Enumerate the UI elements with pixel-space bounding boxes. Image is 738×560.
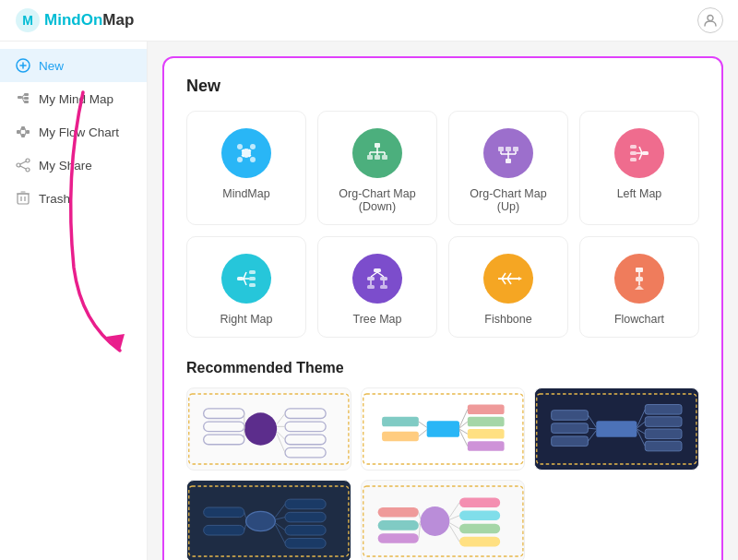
theme-card-2[interactable] bbox=[361, 387, 526, 471]
svg-rect-154 bbox=[459, 497, 500, 507]
sidebar-item-my-mind-map[interactable]: My Mind Map bbox=[0, 82, 147, 115]
map-item-right-map[interactable]: Right Map bbox=[186, 236, 306, 338]
svg-rect-107 bbox=[426, 421, 458, 437]
svg-rect-93 bbox=[285, 422, 326, 432]
left-map-icon-circle bbox=[614, 128, 664, 178]
svg-line-165 bbox=[418, 512, 420, 518]
svg-line-23 bbox=[20, 166, 26, 169]
sidebar: New My Mind Map bbox=[0, 42, 148, 560]
svg-rect-126 bbox=[646, 441, 683, 451]
org-chart-up-label: Org-Chart Map (Up) bbox=[458, 187, 558, 213]
flow-chart-icon bbox=[15, 124, 31, 140]
svg-rect-4 bbox=[18, 96, 22, 99]
flowchart-label: Flowchart bbox=[614, 313, 664, 326]
svg-rect-157 bbox=[459, 537, 500, 547]
tree-map-icon-circle bbox=[352, 254, 402, 304]
svg-rect-39 bbox=[375, 155, 380, 160]
map-item-tree-map[interactable]: Tree Map bbox=[317, 236, 437, 338]
svg-rect-110 bbox=[467, 429, 504, 439]
share-icon bbox=[15, 157, 31, 173]
theme-card-1[interactable] bbox=[186, 387, 351, 471]
recommended-section-title: Recommended Theme bbox=[186, 360, 699, 376]
svg-rect-156 bbox=[459, 524, 500, 534]
map-item-flowchart[interactable]: Flowchart bbox=[579, 236, 699, 338]
sidebar-item-my-share[interactable]: My Share bbox=[0, 149, 147, 182]
svg-rect-13 bbox=[21, 134, 25, 137]
svg-line-16 bbox=[20, 132, 21, 136]
svg-line-66 bbox=[244, 272, 246, 279]
svg-rect-12 bbox=[21, 126, 25, 130]
svg-rect-113 bbox=[382, 432, 419, 442]
svg-line-68 bbox=[244, 279, 246, 285]
svg-rect-144 bbox=[204, 507, 244, 518]
content-card: New bbox=[162, 56, 723, 560]
svg-rect-72 bbox=[367, 285, 375, 289]
svg-rect-64 bbox=[249, 277, 256, 280]
svg-line-22 bbox=[20, 161, 26, 164]
svg-line-161 bbox=[449, 503, 459, 518]
fishbone-label: Fishbone bbox=[484, 313, 531, 326]
svg-rect-14 bbox=[26, 130, 30, 134]
svg-point-2 bbox=[708, 16, 713, 21]
map-item-org-chart-down[interactable]: Org-Chart Map (Down) bbox=[317, 111, 437, 225]
sidebar-item-trash-label: Trash bbox=[39, 192, 70, 206]
trash-icon bbox=[15, 190, 31, 207]
svg-line-102 bbox=[277, 434, 285, 452]
map-item-left-map[interactable]: Left Map bbox=[579, 111, 699, 225]
map-item-fishbone[interactable]: Fishbone bbox=[448, 236, 568, 338]
svg-rect-124 bbox=[646, 417, 683, 427]
svg-point-139 bbox=[246, 511, 276, 530]
svg-line-61 bbox=[639, 153, 642, 160]
svg-rect-7 bbox=[24, 101, 29, 103]
theme-card-3[interactable] bbox=[534, 387, 699, 471]
svg-line-59 bbox=[639, 147, 642, 153]
sidebar-item-flow-chart-label: My Flow Chart bbox=[39, 125, 119, 139]
svg-rect-111 bbox=[467, 441, 504, 451]
svg-line-101 bbox=[277, 432, 285, 440]
svg-rect-155 bbox=[459, 511, 500, 521]
mindmap-icon-circle bbox=[221, 128, 271, 178]
svg-rect-140 bbox=[285, 499, 326, 509]
svg-rect-97 bbox=[204, 422, 244, 432]
tree-map-label: Tree Map bbox=[352, 313, 401, 326]
svg-line-18 bbox=[25, 132, 26, 136]
svg-rect-109 bbox=[467, 417, 504, 427]
svg-rect-65 bbox=[249, 283, 256, 287]
logo-icon: M bbox=[15, 7, 41, 33]
sidebar-item-share-label: My Share bbox=[39, 159, 92, 173]
map-item-mindmap[interactable]: MindMap bbox=[186, 111, 306, 225]
svg-marker-87 bbox=[635, 285, 644, 290]
svg-rect-127 bbox=[552, 411, 589, 421]
svg-rect-94 bbox=[285, 435, 326, 445]
svg-point-21 bbox=[17, 163, 20, 167]
sidebar-item-flow-chart[interactable]: My Flow Chart bbox=[0, 115, 147, 149]
svg-point-30 bbox=[250, 144, 256, 149]
theme-card-5[interactable] bbox=[361, 480, 526, 560]
theme-card-4[interactable] bbox=[186, 480, 351, 560]
svg-rect-122 bbox=[597, 421, 637, 437]
logo: M MindOnMap bbox=[15, 7, 134, 33]
svg-rect-125 bbox=[646, 429, 683, 439]
user-avatar[interactable] bbox=[697, 7, 723, 33]
svg-rect-56 bbox=[630, 145, 637, 149]
left-map-label: Left Map bbox=[617, 187, 662, 200]
svg-rect-108 bbox=[467, 404, 504, 414]
svg-line-17 bbox=[25, 128, 26, 132]
svg-point-32 bbox=[250, 157, 256, 162]
theme-grid bbox=[186, 387, 699, 560]
sidebar-item-new[interactable]: New bbox=[0, 49, 147, 82]
map-item-org-chart-up[interactable]: Org-Chart Map (Up) bbox=[448, 111, 568, 225]
sidebar-item-trash[interactable]: Trash bbox=[0, 182, 147, 215]
svg-marker-80 bbox=[518, 277, 522, 280]
svg-rect-112 bbox=[382, 417, 419, 427]
svg-point-20 bbox=[26, 168, 30, 172]
svg-rect-142 bbox=[285, 525, 326, 535]
svg-line-15 bbox=[20, 128, 21, 132]
svg-rect-128 bbox=[552, 423, 589, 434]
svg-rect-145 bbox=[204, 525, 244, 535]
right-map-icon-circle bbox=[221, 254, 271, 304]
svg-rect-37 bbox=[375, 143, 380, 148]
svg-rect-62 bbox=[237, 277, 244, 280]
svg-rect-40 bbox=[382, 155, 387, 160]
svg-line-162 bbox=[449, 516, 459, 519]
